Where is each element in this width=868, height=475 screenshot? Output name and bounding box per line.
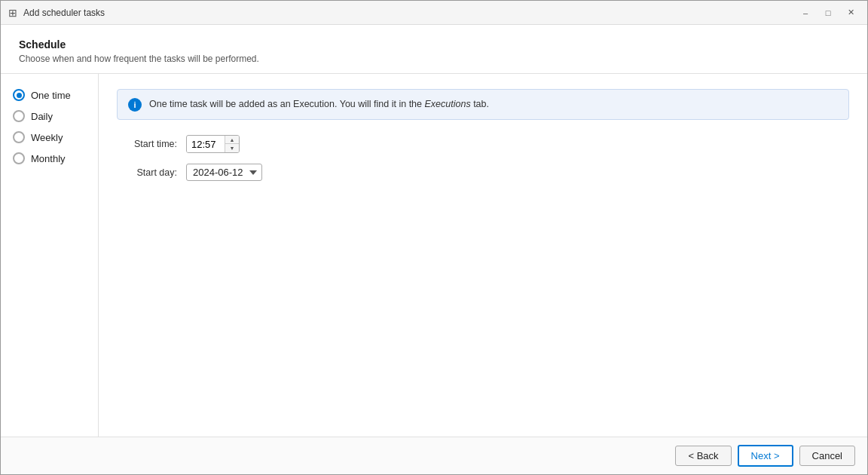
close-button[interactable]: ✕ — [840, 5, 861, 21]
start-time-input[interactable] — [187, 136, 225, 152]
radio-label-one-time: One time — [31, 90, 71, 101]
start-day-label: Start day: — [117, 167, 177, 178]
time-input-wrapper: ▲ ▼ — [186, 135, 240, 153]
content-area: Schedule Choose when and how frequent th… — [1, 25, 867, 474]
info-text-after: tab. — [471, 99, 489, 109]
time-up-button[interactable]: ▲ — [225, 136, 239, 144]
radio-monthly[interactable]: Monthly — [13, 152, 86, 164]
start-day-select[interactable]: 2024-06-12 — [186, 164, 262, 181]
app-window: ⊞ Add scheduler tasks – □ ✕ Schedule Cho… — [0, 0, 868, 475]
form-area: i One time task will be added as an Exec… — [99, 74, 867, 437]
minimize-button[interactable]: – — [795, 5, 816, 21]
sidebar: One time Daily Weekly Monthly — [1, 74, 99, 437]
page-subtitle: Choose when and how frequent the tasks w… — [19, 54, 849, 64]
radio-circle-monthly — [13, 152, 25, 164]
radio-weekly[interactable]: Weekly — [13, 131, 86, 143]
maximize-button[interactable]: □ — [818, 5, 839, 21]
info-text: One time task will be added as an Execut… — [149, 97, 489, 112]
title-bar-left: ⊞ Add scheduler tasks — [7, 7, 105, 19]
start-time-row: Start time: ▲ ▼ — [117, 135, 849, 153]
radio-daily[interactable]: Daily — [13, 110, 86, 122]
radio-one-time[interactable]: One time — [13, 89, 86, 101]
page-title: Schedule — [19, 38, 849, 51]
info-text-before: One time task will be added as an Execut… — [149, 99, 425, 109]
info-icon: i — [128, 98, 142, 112]
radio-label-daily: Daily — [31, 111, 53, 122]
back-button[interactable]: < Back — [675, 446, 731, 466]
radio-label-weekly: Weekly — [31, 132, 63, 143]
start-time-label: Start time: — [117, 139, 177, 149]
cancel-button[interactable]: Cancel — [799, 446, 855, 466]
footer: < Back Next > Cancel — [1, 437, 867, 474]
title-bar: ⊞ Add scheduler tasks – □ ✕ — [1, 1, 867, 25]
main-body: One time Daily Weekly Monthly — [1, 74, 867, 437]
window-title: Add scheduler tasks — [23, 8, 105, 18]
radio-circle-weekly — [13, 131, 25, 143]
radio-circle-one-time — [13, 89, 25, 101]
radio-circle-daily — [13, 110, 25, 122]
info-box: i One time task will be added as an Exec… — [117, 89, 849, 120]
app-icon: ⊞ — [7, 7, 19, 19]
header: Schedule Choose when and how frequent th… — [1, 25, 867, 74]
time-down-button[interactable]: ▼ — [225, 144, 239, 152]
radio-label-monthly: Monthly — [31, 153, 66, 164]
next-button[interactable]: Next > — [738, 445, 793, 467]
start-day-row: Start day: 2024-06-12 — [117, 164, 849, 181]
window-controls: – □ ✕ — [795, 5, 861, 21]
time-spinner: ▲ ▼ — [225, 136, 239, 152]
info-text-italic: Executions — [425, 99, 471, 109]
